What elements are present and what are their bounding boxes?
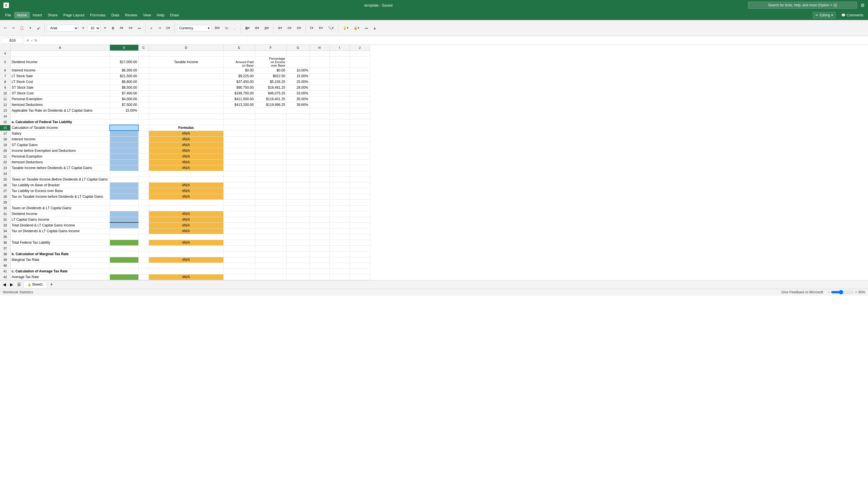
font-size-selector[interactable]: 10 [88,25,100,32]
wrap-text[interactable]: ⇥ [156,25,163,32]
insert-function-icon[interactable]: fx [34,38,37,43]
number-format-dropdown[interactable]: Currency ▾ [177,25,212,31]
redo-button[interactable]: ↪ [10,25,17,32]
search-bar[interactable]: Search for tools, help, and more (Option… [748,2,857,9]
tab-nav-home[interactable]: ☰ [16,281,23,288]
menu-view[interactable]: View [140,12,154,18]
col-header-g[interactable]: G [286,45,309,50]
zoom-control: − + 90% [828,290,865,294]
menu-home[interactable]: Home [14,12,30,18]
tab-nav-prev[interactable]: ◀ [1,281,8,288]
col-header-d[interactable]: D [149,45,223,50]
autosum-button[interactable]: Σ▾ [308,25,316,32]
cell-styles[interactable]: ▤▾ [262,25,271,32]
menu-share[interactable]: Share [45,12,61,18]
menu-file[interactable]: File [2,12,14,18]
conditional-formatting[interactable]: ▦▾ [243,25,252,32]
row-num: 8 [0,79,10,85]
col-header-f[interactable]: F [255,45,286,50]
spreadsheet-container: A B C D E F G H I J 4 [0,45,868,280]
sensitivity[interactable]: 🔒▾ [352,25,361,32]
table-row: 16 Calculation of Taxable Income: Formul… [0,125,370,130]
paste-arrow[interactable]: ▾ [27,25,34,32]
format-as-table[interactable]: ⊞▾ [253,25,261,32]
table-row: 22 Itemized Deductions #N/A [0,159,370,165]
zoom-slider[interactable] [831,290,854,294]
merge-center[interactable]: ⊡▾ [164,25,172,32]
row-num: 4 [0,50,10,56]
undo-button[interactable]: ↩ [2,25,9,32]
sheet-tab-sheet1[interactable]: 🔒 Sheet1 [23,281,47,288]
col-header-a[interactable]: A [10,45,110,50]
format-cells[interactable]: ⊟▾ [295,25,303,32]
cell-reference[interactable] [1,37,24,43]
feedback-link[interactable]: Give Feedback to Microsoft [781,290,823,294]
fill-button[interactable]: ⬇▾ [316,25,325,32]
font-size-arrow[interactable]: ▾ [102,25,108,32]
menu-insert[interactable]: Insert [30,12,45,18]
row-num: 28 [0,194,10,200]
table-row: 42 Average Tax Rate #N/A [0,274,370,280]
ideas-button[interactable]: 💡▾ [341,25,351,32]
col-header-c[interactable]: C [138,45,149,50]
add-sheet-button[interactable]: + [48,281,55,288]
col-header-e[interactable]: E [223,45,255,50]
title-bar: X template - Saved Search for tools, hel… [0,0,868,10]
more-button[interactable]: ••• [136,25,143,32]
row-num: 25 [0,176,10,182]
menu-draw[interactable]: Draw [167,12,182,18]
col-header-b[interactable]: B [110,45,138,50]
zoom-minus-button[interactable]: − [828,290,830,294]
selected-cell-b16[interactable] [110,125,138,130]
align-left[interactable]: ≡ [148,25,155,32]
tab-nav-next[interactable]: ▶ [8,281,15,288]
comments-button[interactable]: 💬 Comments [839,12,866,18]
format-painter[interactable]: 🖌 [35,25,42,32]
insert-cells[interactable]: ⊕▾ [276,25,284,32]
col-header-i[interactable]: I [329,45,350,50]
font-selector[interactable]: Arial [47,25,79,32]
zoom-plus-button[interactable]: + [855,290,857,294]
table-row: 31 Dividend Income #N/A [0,211,370,217]
row-num: 10 [0,90,10,96]
grid[interactable]: A B C D E F G H I J 4 [0,45,868,280]
col-header-j[interactable]: J [350,45,370,50]
cancel-icon[interactable]: ✕ [27,38,29,43]
accounting-format[interactable]: $€▾ [213,25,222,32]
editing-button[interactable]: ✏ Editing ▾ [813,12,836,18]
settings-icon[interactable]: ⚙ [861,3,865,8]
ribbon-collapse[interactable]: ▲ [371,25,378,32]
status-bar: Workbook Statistics Give Feedback to Mic… [0,289,868,296]
find-select[interactable]: 🔍▾ [326,25,336,32]
formula-input[interactable] [39,38,867,43]
table-row: 13 Applicable Tax Rate on Dividends & LT… [0,108,370,113]
fill-color-button[interactable]: A▾ [118,25,125,32]
more-ribbon[interactable]: ••• [362,25,370,32]
clipboard-button[interactable]: 📋 [18,25,26,32]
col-header-h[interactable]: H [309,45,329,50]
row-num: 19 [0,142,10,148]
table-row: 30 Taxes on Dividends & LT Capital Gains… [0,205,370,211]
menu-page-layout[interactable]: Page Layout [61,12,87,18]
menu-review[interactable]: Review [122,12,140,18]
row-num: 9 [0,85,10,90]
bold-button[interactable]: B [110,25,117,32]
font-arrow[interactable]: ▾ [80,25,87,32]
delete-cells[interactable]: ⊖▾ [285,25,294,32]
editing-label: Editing [820,13,830,17]
font-color-button[interactable]: A▾ [127,25,134,32]
lock-icon: 🔒 [28,283,31,286]
menu-formulas[interactable]: Formulas [87,12,108,18]
excel-logo: X [3,3,9,8]
workbook-stats[interactable]: Workbook Statistics [3,290,33,294]
table-row: 37 [0,245,370,251]
menu-data[interactable]: Data [108,12,122,18]
comma-style[interactable]: , [231,25,238,32]
table-row: 12 Itemized Deductions $7,500.00 $413,20… [0,102,370,108]
percent-style[interactable]: % [223,25,230,32]
menu-help[interactable]: Help [154,12,167,18]
tab-bar: ◀ ▶ ☰ 🔒 Sheet1 + [0,280,868,289]
row-num: 30 [0,205,10,211]
row-num: 32 [0,217,10,222]
confirm-icon[interactable]: ✓ [30,38,33,43]
